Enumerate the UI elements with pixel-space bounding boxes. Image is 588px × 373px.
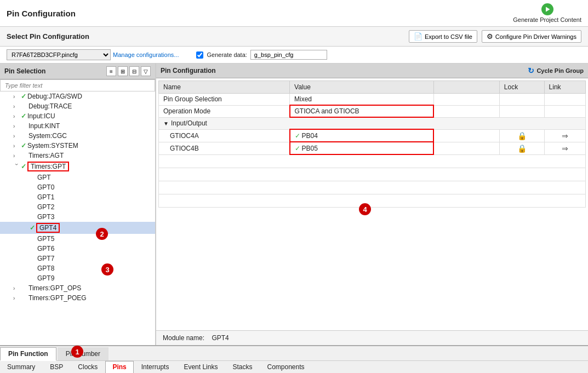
link-cell[interactable]: ⇒ <box>544 142 585 154</box>
row-value[interactable]: ✓PB05 <box>290 142 434 154</box>
table-row <box>159 168 586 181</box>
collapse-all-btn[interactable]: ≡ <box>106 66 116 76</box>
list-item[interactable]: GPT2 <box>0 202 155 212</box>
filter-btn[interactable]: ▽ <box>141 66 151 76</box>
left-panel-icons: ≡ ⊞ ⊟ ▽ <box>106 66 151 76</box>
badge-4: 4 <box>359 203 371 215</box>
lock-icon: 🔒 <box>517 131 527 140</box>
row-name: GTIOC4A <box>159 129 290 142</box>
export-icon: 📄 <box>414 32 423 41</box>
table-row <box>159 194 586 207</box>
badge-3: 3 <box>101 263 113 276</box>
list-item[interactable]: GPT5 <box>0 234 155 244</box>
generate-project-btn[interactable]: Generate Project Content <box>513 3 581 23</box>
table-row: GTIOC4B ✓PB05 🔒 ⇒ <box>159 142 586 154</box>
module-name-value: GPT4 <box>212 334 229 342</box>
config-select-group: R7FA6T2BD3CFP.pincfg Manage configuratio… <box>7 49 179 60</box>
list-item[interactable]: GPT1 <box>0 192 155 202</box>
col-header-link: Link <box>544 81 585 94</box>
config-row: R7FA6T2BD3CFP.pincfg Manage configuratio… <box>0 47 588 64</box>
tab-bsp[interactable]: BSP <box>43 361 70 373</box>
list-item[interactable]: GPT7 <box>0 254 155 263</box>
row-value-highlighted[interactable]: GTIOCA and GTIOCB <box>290 105 434 117</box>
list-item[interactable]: ✓ GPT4 <box>0 222 155 234</box>
list-item[interactable]: GPT <box>0 173 155 182</box>
generate-icon <box>541 3 553 15</box>
expand-all-btn[interactable]: ⊞ <box>118 66 128 76</box>
list-item[interactable]: GPT9 <box>0 273 155 283</box>
list-item[interactable]: GPT8 <box>0 263 155 273</box>
module-name-bar: Module name: GPT4 <box>156 330 588 345</box>
tab-pins[interactable]: Pins <box>105 361 133 373</box>
list-item[interactable]: › ✓ Input:ICU <box>0 111 155 121</box>
export-csv-btn[interactable]: 📄 Export to CSV file <box>409 30 477 43</box>
list-item[interactable]: GPT0 <box>0 182 155 192</box>
tab-pin-function[interactable]: Pin Function <box>0 347 56 361</box>
config-dropdown[interactable]: R7FA6T2BD3CFP.pincfg <box>7 49 111 60</box>
row-value[interactable]: Mixed <box>290 94 434 106</box>
generate-data-checkbox[interactable] <box>196 51 203 59</box>
bottom-tabs-container: Pin Function Pin Number 1 Summary BSP Cl… <box>0 345 588 373</box>
table-row <box>159 154 586 168</box>
row-name: GTIOC4B <box>159 142 290 154</box>
col-header-value: Value <box>290 81 434 94</box>
table-row <box>159 181 586 194</box>
list-item[interactable]: › Timers:GPT_OPS <box>0 283 155 293</box>
right-panel-header: Pin Configuration ↻ Cycle Pin Group <box>156 64 588 78</box>
list-item[interactable]: › ✓ System:SYSTEM <box>0 141 155 151</box>
cycle-icon: ↻ <box>528 66 534 75</box>
left-panel: Pin Selection ≡ ⊞ ⊟ ▽ › ✓ Debug:JTAG/SWD <box>0 64 156 345</box>
row-value[interactable]: ✓PB04 <box>290 129 434 142</box>
tab-stacks[interactable]: Stacks <box>225 361 259 373</box>
configure-icon: ⚙ <box>487 32 493 41</box>
tab-interrupts[interactable]: Interrupts <box>134 361 176 373</box>
badge-2: 2 <box>96 228 108 240</box>
tabs-row1: Pin Function Pin Number 1 <box>0 346 588 361</box>
tabs-row2: Summary BSP Clocks Pins Interrupts Event… <box>0 361 588 373</box>
filter-input[interactable] <box>0 79 155 91</box>
tab-summary[interactable]: Summary <box>0 361 42 373</box>
pin-config-table: Name Value Lock Link Pin Group Selection… <box>158 81 586 208</box>
lock-cell[interactable]: 🔒 <box>499 129 544 142</box>
generate-data-label: Generate data: <box>207 51 247 58</box>
badge-1: 1 <box>71 346 83 358</box>
link-cell[interactable]: ⇒ <box>544 129 585 142</box>
tab-event-links[interactable]: Event Links <box>176 361 225 373</box>
list-item[interactable]: › ✓ Debug:JTAG/SWD <box>0 91 155 101</box>
col-header-empty <box>433 81 499 94</box>
tree-container: › ✓ Debug:JTAG/SWD › Debug:TRACE › <box>0 91 155 345</box>
generate-data-input[interactable] <box>250 50 327 60</box>
lock-cell[interactable]: 🔒 <box>499 142 544 154</box>
left-panel-header: Pin Selection ≡ ⊞ ⊟ ▽ <box>0 64 155 79</box>
tab-clocks[interactable]: Clocks <box>71 361 105 373</box>
lock-icon: 🔒 <box>517 144 527 153</box>
row-name: Operation Mode <box>159 105 290 117</box>
tab-components[interactable]: Components <box>260 361 311 373</box>
pin-config-table-container: Name Value Lock Link Pin Group Selection… <box>156 78 588 330</box>
right-panel: Pin Configuration ↻ Cycle Pin Group Name… <box>156 64 588 345</box>
configure-warnings-btn[interactable]: ⚙ Configure Pin Driver Warnings <box>482 30 581 43</box>
table-row: GTIOC4A ✓PB04 🔒 ⇒ <box>159 129 586 142</box>
content-area: Pin Selection ≡ ⊞ ⊟ ▽ › ✓ Debug:JTAG/SWD <box>0 64 588 345</box>
sort-btn[interactable]: ⊟ <box>129 66 139 76</box>
table-row: Operation Mode GTIOCA and GTIOCB <box>159 105 586 117</box>
list-item[interactable]: GPT3 <box>0 212 155 222</box>
cycle-pin-group-btn[interactable]: ↻ Cycle Pin Group <box>528 66 584 75</box>
list-item[interactable]: › ✓ Timers:GPT <box>0 160 155 173</box>
list-item[interactable]: › Input:KINT <box>0 121 155 131</box>
generate-data-group: Generate data: <box>196 50 327 60</box>
list-item[interactable]: GPT6 <box>0 244 155 254</box>
toolbar-right: 📄 Export to CSV file ⚙ Configure Pin Dri… <box>409 30 581 43</box>
list-item[interactable]: › System:CGC <box>0 131 155 141</box>
list-item[interactable]: › Debug:TRACE <box>0 101 155 111</box>
manage-configs-link[interactable]: Manage configurations... <box>113 51 179 58</box>
header-bar: Pin Configuration Generate Project Conte… <box>0 0 588 27</box>
module-name-label: Module name: <box>163 334 204 342</box>
list-item[interactable]: › Timers:GPT_POEG <box>0 293 155 303</box>
svg-marker-0 <box>546 7 550 12</box>
table-row: Pin Group Selection Mixed <box>159 94 586 106</box>
toolbar-label: Select Pin Configuration <box>7 32 89 41</box>
toolbar-row: Select Pin Configuration 📄 Export to CSV… <box>0 27 588 47</box>
list-item[interactable]: › Timers:AGT <box>0 151 155 160</box>
row-name: Pin Group Selection <box>159 94 290 106</box>
